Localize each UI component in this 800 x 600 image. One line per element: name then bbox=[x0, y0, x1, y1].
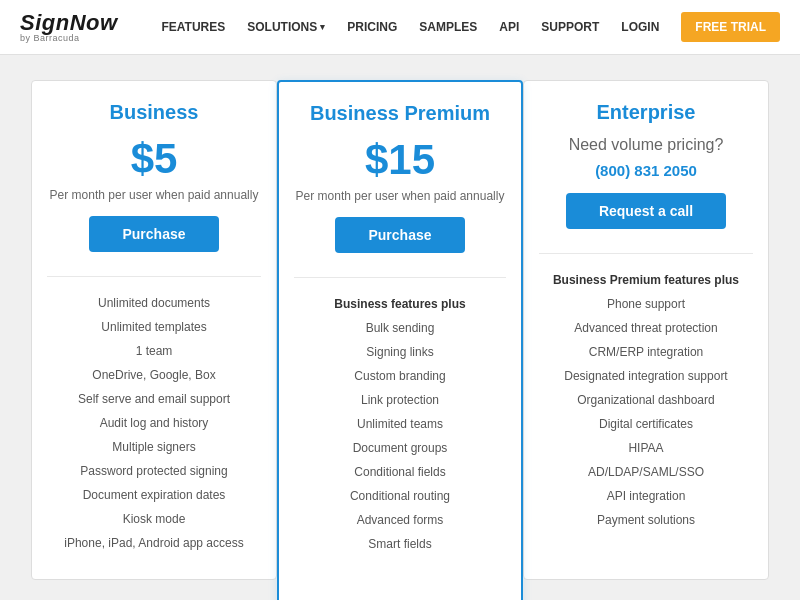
business-premium-features-list: Business features plus Bulk sending Sign… bbox=[294, 292, 506, 556]
nav-solutions[interactable]: SOLUTIONS ▾ bbox=[247, 20, 325, 34]
nav-login[interactable]: LOGIN bbox=[621, 20, 659, 34]
list-item: Smart fields bbox=[294, 532, 506, 556]
list-item: API integration bbox=[539, 484, 753, 508]
list-item: Phone support bbox=[539, 292, 753, 316]
list-item: Unlimited documents bbox=[47, 291, 261, 315]
enterprise-plan-card: Enterprise Need volume pricing? (800) 83… bbox=[523, 80, 769, 580]
list-item: Document groups bbox=[294, 436, 506, 460]
logo-main: SignNow bbox=[20, 10, 118, 35]
business-plan-price-note: Per month per user when paid annually bbox=[47, 188, 261, 202]
business-plan-card: Business $5 Per month per user when paid… bbox=[31, 80, 277, 580]
list-item: Advanced forms bbox=[294, 508, 506, 532]
list-item: Advanced threat protection bbox=[539, 316, 753, 340]
list-item: Digital certificates bbox=[539, 412, 753, 436]
list-item: Organizational dashboard bbox=[539, 388, 753, 412]
nav-api[interactable]: API bbox=[499, 20, 519, 34]
business-premium-plan-card: Business Premium $15 Per month per user … bbox=[277, 80, 523, 600]
list-item: Designated integration support bbox=[539, 364, 753, 388]
enterprise-phone: (800) 831 2050 bbox=[539, 162, 753, 179]
enterprise-request-call-button[interactable]: Request a call bbox=[566, 193, 726, 229]
list-item: Signing links bbox=[294, 340, 506, 364]
nav-features[interactable]: FEATURES bbox=[161, 20, 225, 34]
chevron-down-icon: ▾ bbox=[320, 22, 325, 32]
business-features-list: Unlimited documents Unlimited templates … bbox=[47, 291, 261, 555]
list-item: Audit log and history bbox=[47, 411, 261, 435]
list-item: OneDrive, Google, Box bbox=[47, 363, 261, 387]
business-premium-plan-price: $15 bbox=[294, 137, 506, 183]
list-item: Payment solutions bbox=[539, 508, 753, 532]
business-premium-plan-price-note: Per month per user when paid annually bbox=[294, 189, 506, 203]
list-item: Password protected signing bbox=[47, 459, 261, 483]
nav-samples[interactable]: SAMPLES bbox=[419, 20, 477, 34]
enterprise-bold-feature: Business Premium features plus bbox=[539, 268, 753, 292]
business-premium-plan-title: Business Premium bbox=[294, 102, 506, 125]
business-plan-price: $5 bbox=[47, 136, 261, 182]
nav-links: FEATURES SOLUTIONS ▾ PRICING SAMPLES API… bbox=[161, 12, 780, 42]
list-item: Custom branding bbox=[294, 364, 506, 388]
business-plan-title: Business bbox=[47, 101, 261, 124]
enterprise-volume-text: Need volume pricing? bbox=[539, 136, 753, 154]
list-item: Multiple signers bbox=[47, 435, 261, 459]
list-item: Self serve and email support bbox=[47, 387, 261, 411]
nav-solutions-label[interactable]: SOLUTIONS bbox=[247, 20, 317, 34]
navbar: SignNow by Barracuda FEATURES SOLUTIONS … bbox=[0, 0, 800, 55]
list-item: Conditional fields bbox=[294, 460, 506, 484]
enterprise-plan-title: Enterprise bbox=[539, 101, 753, 124]
nav-support[interactable]: SUPPORT bbox=[541, 20, 599, 34]
list-item: Unlimited templates bbox=[47, 315, 261, 339]
nav-pricing[interactable]: PRICING bbox=[347, 20, 397, 34]
logo-sub: by Barracuda bbox=[20, 34, 118, 43]
list-item: 1 team bbox=[47, 339, 261, 363]
list-item: Link protection bbox=[294, 388, 506, 412]
business-divider bbox=[47, 276, 261, 277]
list-item: Conditional routing bbox=[294, 484, 506, 508]
logo: SignNow by Barracuda bbox=[20, 12, 118, 43]
list-item: HIPAA bbox=[539, 436, 753, 460]
business-premium-divider bbox=[294, 277, 506, 278]
list-item: AD/LDAP/SAML/SSO bbox=[539, 460, 753, 484]
business-purchase-button[interactable]: Purchase bbox=[89, 216, 219, 252]
business-premium-purchase-button[interactable]: Purchase bbox=[335, 217, 465, 253]
list-item: Document expiration dates bbox=[47, 483, 261, 507]
business-premium-wrapper: Business Premium $15 Per month per user … bbox=[277, 80, 523, 600]
list-item: CRM/ERP integration bbox=[539, 340, 753, 364]
business-premium-bold-feature: Business features plus bbox=[294, 292, 506, 316]
free-trial-button[interactable]: FREE TRIAL bbox=[681, 12, 780, 42]
list-item: Bulk sending bbox=[294, 316, 506, 340]
list-item: Kiosk mode bbox=[47, 507, 261, 531]
enterprise-features-list: Business Premium features plus Phone sup… bbox=[539, 268, 753, 532]
list-item: Unlimited teams bbox=[294, 412, 506, 436]
list-item: iPhone, iPad, Android app access bbox=[47, 531, 261, 555]
enterprise-divider bbox=[539, 253, 753, 254]
pricing-section: Business $5 Per month per user when paid… bbox=[0, 55, 800, 600]
